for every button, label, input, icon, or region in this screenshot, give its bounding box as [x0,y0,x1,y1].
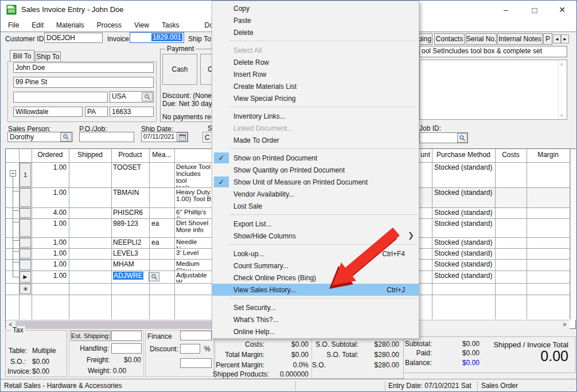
calendar-icon[interactable] [177,132,188,142]
menu-item-show-unit-of-measure-on-printed-document[interactable]: ✓Show Unit of Measure on Printed Documen… [212,176,419,188]
row-header[interactable] [20,219,31,237]
sales-person-lookup-button[interactable] [60,132,72,142]
col-header-costs[interactable]: Costs [495,151,527,159]
menu-item-set-security[interactable]: Set Security... [212,301,419,313]
hscroll-right-icon[interactable]: > [560,320,570,329]
cell-purchase-method[interactable]: Stocked (standard) [434,260,495,268]
menu-item-paste[interactable]: Paste [212,14,419,26]
menu-item-what-s-this[interactable]: What's This?... [212,313,419,326]
menu-item-inventory-links[interactable]: Inventory Links... [212,110,419,122]
tab-shipping-partial[interactable]: ping [417,33,432,45]
cell-description[interactable]: Dirt Shovel More info [176,219,213,237]
cell-ordered[interactable]: 1.00 [32,238,67,246]
notes-scrollbar[interactable]: ∧ ∨ [558,60,567,119]
cell-ordered[interactable]: 1.00 [32,189,67,197]
invoice-input[interactable]: 1829.001 [130,32,184,43]
discount-input[interactable] [180,344,200,354]
cell-ordered[interactable]: 4.00 [32,209,67,217]
cash-button[interactable]: Cash [162,54,197,85]
menu-item-check-online-prices-bing[interactable]: Check Online Prices (Bing) [212,272,419,284]
est-shipping-input[interactable] [111,331,142,341]
bill-name-input[interactable]: John Doe [13,62,154,73]
tab-serial-no[interactable]: Serial No. [466,33,497,45]
cell-description[interactable]: Medium Claw [176,260,213,270]
row-header[interactable] [20,249,31,258]
cell-product[interactable]: MHAM [113,260,149,268]
cell-product[interactable]: PHISCR6 [113,209,149,217]
menu-item-view-special-pricing[interactable]: View Special Pricing [212,92,419,104]
cell-purchase-method[interactable]: Stocked (standard) [434,209,495,217]
cell-description[interactable]: Adjustable W [176,272,213,283]
maximize-button[interactable]: □ [524,3,545,17]
menubar-process[interactable]: Process [91,19,128,31]
finance-input[interactable] [180,331,212,340]
po-job-input[interactable] [79,132,134,142]
grid-vertical-scrollbar[interactable] [570,149,576,320]
est-shipping-button[interactable]: Est. Shipping: [71,331,111,341]
state-input[interactable]: PA [85,107,108,117]
menu-item-vendor-availability[interactable]: Vendor Availability... [212,188,419,200]
cell-measure[interactable]: ea [151,238,173,246]
tree-collapse-icon[interactable] [10,170,16,177]
zip-input[interactable]: 16633 [110,107,154,117]
item-description-input[interactable]: ool SetIncludes tool box & complete set [419,46,567,57]
menu-item-lost-sale[interactable]: Lost Sale [212,200,419,212]
row-header[interactable] [20,238,31,248]
cell-description[interactable]: Needle Nose [176,238,213,248]
close-button[interactable]: ✕ [551,3,573,17]
city-input[interactable]: Willowdale [13,107,83,117]
scroll-up-icon[interactable]: ∧ [560,61,564,67]
menu-item-online-help[interactable]: Online Help... [212,326,419,338]
cell-description[interactable]: Heavy Duty 1.00) Tool B [176,189,213,207]
menubar-file[interactable]: File [2,19,25,31]
country-lookup-button[interactable] [142,92,153,101]
notes-textarea[interactable]: ∧ ∨ [419,60,567,120]
row-header[interactable] [20,208,31,218]
menu-item-create-materials-list[interactable]: Create Materials List [212,80,419,92]
cell-purchase-method[interactable]: Stocked (standard) [434,272,495,280]
handling-input[interactable] [111,343,142,354]
tab-partial-p[interactable]: P [543,33,552,45]
row-header[interactable]: ✳ [20,284,31,294]
row-header[interactable]: 1 [20,163,31,187]
scroll-down-icon[interactable]: ∨ [560,112,564,118]
tab-contacts[interactable]: Contacts [434,33,465,45]
menu-item-delete[interactable]: Delete [212,26,419,38]
cell-ordered[interactable]: 1.00 [32,272,67,280]
col-header-purchase-method[interactable]: Purchase Method [432,151,495,159]
tab-bill-to[interactable]: Bill To [10,50,34,62]
menubar-materials[interactable]: Materials [50,19,91,31]
menu-item-delete-row[interactable]: Delete Row [212,56,419,68]
cell-description[interactable]: Deluxe Tool Includes tool tools [176,163,213,187]
tab-scroll-left-icon[interactable]: ◄ [553,34,561,44]
cell-purchase-method[interactable]: Stocked (standard) [434,249,495,257]
menu-item-show-quantity-on-printed-document[interactable]: Show Quantity on Printed Document [212,164,419,176]
menubar-edit[interactable]: Edit [25,19,50,31]
col-header-shipped[interactable]: Shipped [69,151,111,159]
bill-line3-input[interactable] [13,92,108,103]
job-id-lookup-button[interactable] [457,133,467,143]
cell-description[interactable]: 6'' Phillip's Sc [176,209,213,218]
cell-description[interactable]: 3' Level [176,249,213,258]
cell-product[interactable]: NEEPLI2 [113,238,149,246]
menubar-tasks[interactable]: Tasks [155,19,186,31]
minimize-button[interactable]: – [495,3,517,17]
cell-ordered[interactable]: 1.00 [32,163,67,171]
cell-purchase-method[interactable]: Stocked (standard) [434,189,495,197]
cell-purchase-method[interactable]: Stocked (standard) [434,238,495,246]
col-header-margin[interactable]: Margin [527,151,570,159]
menu-item-copy[interactable]: Copy [212,2,419,14]
cell-product[interactable]: LEVEL3 [113,249,149,257]
cell-lookup-button[interactable] [149,272,159,281]
menu-item-count-summary[interactable]: Count Summary... [212,260,419,272]
col-header-mea[interactable]: Mea... [149,151,174,159]
finance-input-2[interactable] [180,358,212,368]
cell-product[interactable]: TBMAIN [113,189,149,197]
customer-id-input[interactable]: DOEJOH [44,33,103,43]
menu-item-look-up[interactable]: Look-up...Ctrl+F4 [212,248,419,260]
menu-item-made-to-order[interactable]: Made To Order [212,134,419,146]
menu-item-show-hide-columns[interactable]: Show/Hide Columns❯ [212,230,419,242]
tab-ship-to[interactable]: Ship To [35,52,61,62]
row-header[interactable]: ▶ [20,271,31,283]
row-header[interactable] [20,188,31,207]
